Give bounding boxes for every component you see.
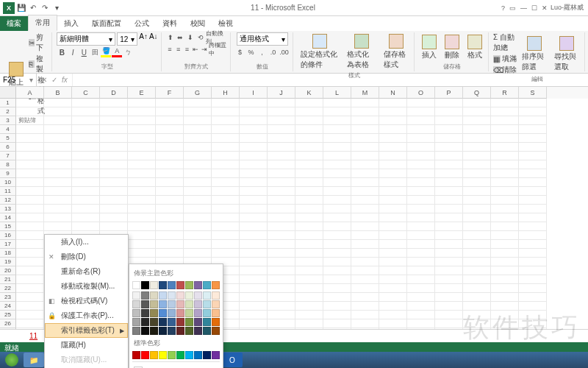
cell[interactable] [16, 196, 44, 205]
color-swatch[interactable] [159, 309, 167, 317]
cell[interactable] [379, 275, 407, 284]
cell[interactable] [72, 178, 100, 187]
cell[interactable] [407, 258, 435, 266]
cell[interactable] [184, 107, 212, 116]
indent-dec-icon[interactable]: ⇤ [192, 44, 200, 54]
cell[interactable] [212, 152, 240, 160]
cell[interactable] [463, 107, 491, 116]
sort-filter-button[interactable]: 排序與篩選 [519, 35, 549, 74]
cell[interactable] [268, 258, 295, 266]
cell[interactable] [351, 125, 379, 134]
cell[interactable] [323, 258, 351, 266]
cell[interactable] [44, 152, 72, 160]
color-swatch[interactable] [168, 309, 176, 317]
cell[interactable] [240, 258, 268, 266]
align-mid-icon[interactable]: ⬌ [176, 32, 185, 43]
cell[interactable] [16, 266, 44, 275]
cell[interactable] [379, 160, 407, 169]
cell[interactable] [463, 240, 491, 249]
cell[interactable] [295, 231, 323, 240]
cell[interactable] [295, 293, 323, 302]
cell[interactable] [295, 99, 323, 107]
insert-cells-button[interactable]: 插入 [419, 33, 440, 62]
cell[interactable] [240, 240, 268, 249]
cell[interactable] [379, 258, 407, 266]
cell[interactable] [351, 99, 379, 107]
cell[interactable] [407, 240, 435, 249]
cell[interactable] [295, 213, 323, 222]
color-swatch[interactable] [132, 309, 140, 317]
cell[interactable] [240, 152, 268, 160]
cell[interactable] [351, 231, 379, 240]
format-cells-button[interactable]: 格式 [465, 33, 485, 62]
col-header[interactable]: C [72, 87, 100, 99]
cell[interactable] [323, 205, 351, 213]
cell[interactable] [268, 152, 295, 160]
color-swatch[interactable] [168, 351, 176, 359]
cell[interactable] [491, 284, 519, 293]
cell[interactable] [156, 143, 184, 152]
cell[interactable] [16, 293, 44, 302]
font-name-combo[interactable]: 新細明體▾ [57, 32, 115, 46]
cell[interactable] [240, 293, 268, 302]
cell[interactable] [351, 116, 379, 125]
cell[interactable] [268, 222, 295, 231]
align-left-icon[interactable]: ≡ [166, 44, 174, 54]
cell[interactable] [379, 187, 407, 196]
cell[interactable] [351, 187, 379, 196]
cell[interactable] [379, 134, 407, 143]
cell[interactable] [463, 205, 491, 213]
cell[interactable] [351, 196, 379, 205]
row-header[interactable]: 6 [0, 143, 16, 152]
cell[interactable] [44, 160, 72, 169]
cell[interactable] [212, 116, 240, 125]
color-swatch[interactable] [141, 351, 149, 359]
cell[interactable] [16, 311, 44, 319]
cell[interactable] [463, 293, 491, 302]
cell[interactable] [407, 266, 435, 275]
col-header[interactable]: A [16, 87, 44, 99]
cell[interactable] [519, 116, 547, 125]
cell[interactable] [128, 169, 156, 178]
cell[interactable] [351, 258, 379, 266]
cell[interactable] [351, 222, 379, 231]
align-center-icon[interactable]: ≡ [174, 44, 182, 54]
color-swatch[interactable] [212, 318, 220, 326]
select-all-corner[interactable] [0, 87, 16, 99]
color-swatch[interactable] [203, 318, 211, 326]
cell[interactable] [295, 240, 323, 249]
cell[interactable] [463, 249, 491, 258]
cell[interactable] [16, 187, 44, 196]
formula-input[interactable] [72, 74, 588, 86]
color-swatch[interactable] [150, 351, 158, 359]
cell[interactable] [156, 152, 184, 160]
cell[interactable] [44, 99, 72, 107]
col-header[interactable]: S [519, 87, 547, 99]
cell[interactable] [100, 222, 128, 231]
cell[interactable] [240, 311, 268, 319]
cell[interactable] [519, 196, 547, 205]
cell[interactable] [16, 213, 44, 222]
color-swatch[interactable] [185, 351, 193, 359]
cell[interactable] [240, 196, 268, 205]
row-header[interactable]: 9 [0, 169, 16, 178]
cell[interactable] [407, 116, 435, 125]
cell[interactable] [156, 222, 184, 231]
cut-button[interactable]: ✂剪下 [29, 32, 49, 53]
cell[interactable] [519, 266, 547, 275]
cell[interactable] [212, 143, 240, 152]
cell[interactable] [323, 187, 351, 196]
cell[interactable] [519, 107, 547, 116]
row-header[interactable]: 3 [0, 116, 16, 125]
cell[interactable] [100, 125, 128, 134]
row-header[interactable]: 22 [0, 284, 16, 293]
cell[interactable] [407, 99, 435, 107]
col-header[interactable]: D [100, 87, 128, 99]
col-header[interactable]: E [128, 87, 156, 99]
ctx-item[interactable]: 重新命名(R) [45, 264, 128, 279]
color-swatch[interactable] [194, 351, 202, 359]
task-outlook-icon[interactable]: O [222, 353, 243, 367]
cell[interactable] [295, 152, 323, 160]
cell[interactable] [491, 319, 519, 328]
cell[interactable] [351, 134, 379, 143]
